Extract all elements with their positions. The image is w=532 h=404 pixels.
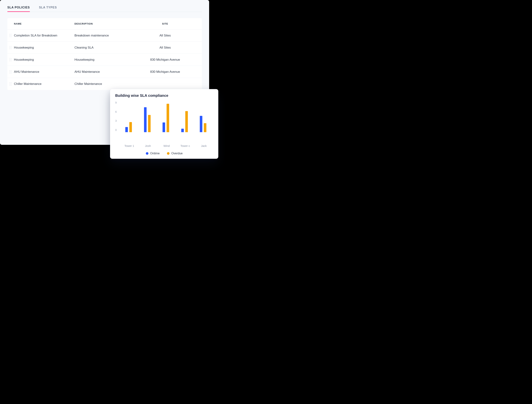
sla-table: NAME DESCRIPTION SITE Completion SLA for… [7,18,202,90]
tab-sla-policies[interactable]: SLA POLICIES [7,5,30,12]
x-tick: Wind [159,144,174,147]
table-row[interactable]: Chiller MaintenanceChiller Maintenance [7,78,202,90]
cell-site: 830 Michigan Avenue [135,70,195,74]
legend-item-ontime[interactable]: Ontime [146,152,160,155]
bar-overdue[interactable] [148,115,151,132]
tab-sla-types[interactable]: SLA TYPES [39,5,57,12]
bar-overdue[interactable] [185,111,188,132]
drag-handle-icon[interactable] [10,46,12,49]
bar-group [200,116,206,132]
bar-group [125,122,132,132]
swatch-overdue-icon [167,152,169,155]
drag-handle-icon[interactable] [10,82,12,86]
table-row[interactable]: HousekeepingHousekeeping830 Michigan Ave… [7,54,202,66]
cell-site: All Sites [135,34,195,37]
col-header-description: DESCRIPTION [75,22,135,25]
bar-ontime[interactable] [181,129,184,132]
bar-overdue[interactable] [129,122,132,132]
chart-y-axis: 9630 [115,101,119,132]
col-header-site: SITE [135,22,195,25]
drag-handle-icon[interactable] [10,58,12,61]
x-tick: Jack [197,144,211,147]
bar-overdue[interactable] [167,104,169,132]
cell-name: Housekeeping [14,58,75,62]
legend-item-overdue[interactable]: Overdue [167,152,183,155]
bar-ontime[interactable] [162,122,165,132]
y-tick: 0 [115,128,117,132]
chart-card-sla-compliance: Building wise SLA compliance 9630 Tower … [110,89,218,159]
drag-handle-icon[interactable] [10,70,12,74]
legend-label-ontime: Ontime [150,152,160,155]
table-row[interactable]: Completion SLA for BreakdownBreakdown ma… [7,30,202,42]
table-row[interactable]: AHU MaintenanceAHU Maintenance830 Michig… [7,66,202,78]
bar-group [181,111,188,132]
drag-handle-icon[interactable] [10,34,12,37]
x-tick: Tower c [178,144,193,147]
cell-description: Breakdown maintenance [75,34,135,37]
cell-description: Housekeeping [75,58,135,62]
bar-overdue[interactable] [204,123,206,132]
chart-plot-area: 9630 [115,101,213,141]
cell-name: Chiller Maintenance [14,82,75,86]
x-tick: Tower 1 [122,144,137,147]
cell-site: 830 Michigan Avenue [135,58,195,62]
tabs-bar: SLA POLICIES SLA TYPES [7,4,202,12]
bar-ontime[interactable] [200,116,202,132]
bar-group [162,104,169,132]
bar-ontime[interactable] [125,127,128,132]
cell-description: Cleaning SLA [75,46,135,50]
x-tick: Josh [141,144,155,147]
y-tick: 9 [115,101,117,104]
chart-title: Building wise SLA compliance [115,94,213,98]
cell-description: Chiller Maintenance [75,82,135,86]
bar-ontime[interactable] [144,107,147,132]
legend-label-overdue: Overdue [171,152,183,155]
swatch-ontime-icon [146,152,148,155]
chart-bars [119,101,213,132]
chart-x-axis: Tower 1JoshWindTower cJack [115,144,213,147]
chart-legend: Ontime Overdue [115,152,213,155]
cell-description: AHU Maintenance [75,70,135,74]
table-header-row: NAME DESCRIPTION SITE [7,18,202,30]
cell-name: Completion SLA for Breakdown [14,34,75,37]
col-header-name: NAME [14,22,75,25]
table-row[interactable]: HousekeepingCleaning SLAAll Sites [7,42,202,54]
cell-name: AHU Maintenance [14,70,75,74]
cell-name: Housekeeping [14,46,75,50]
y-tick: 3 [115,119,117,122]
y-tick: 6 [115,110,117,113]
cell-site: All Sites [135,46,195,50]
bar-group [144,107,151,132]
